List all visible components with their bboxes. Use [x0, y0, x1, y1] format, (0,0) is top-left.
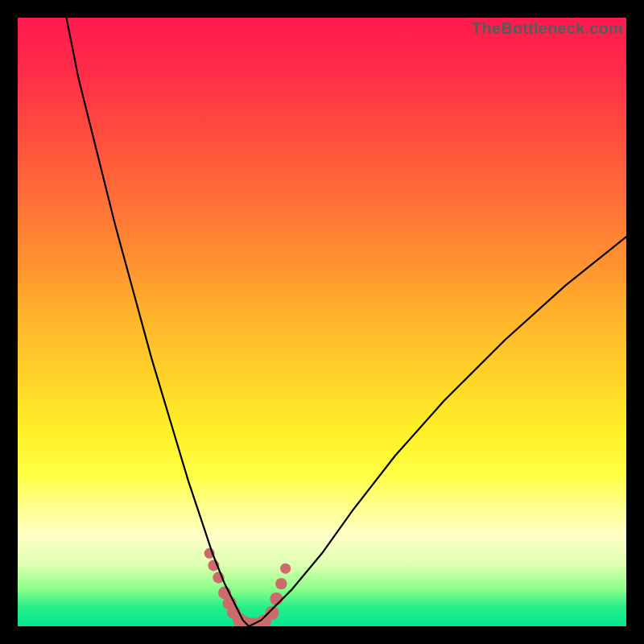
- scatter-point: [270, 592, 283, 605]
- right-curve: [249, 237, 626, 626]
- scatter-point: [280, 564, 291, 574]
- scatter-point: [275, 578, 287, 589]
- chart-svg: [18, 18, 626, 626]
- left-curve: [66, 18, 249, 626]
- chart-frame: TheBottleneck.com: [18, 18, 626, 626]
- scatter-markers: [204, 548, 291, 626]
